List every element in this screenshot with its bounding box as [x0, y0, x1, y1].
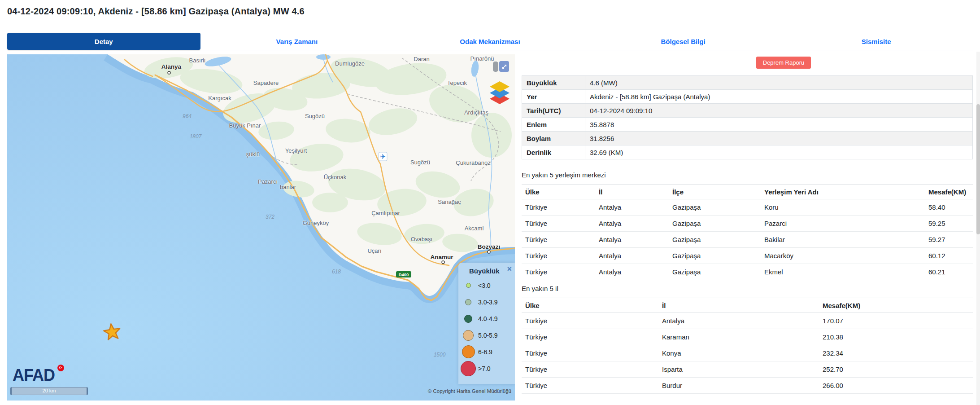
legend-item: 4.0-4.9	[458, 310, 515, 327]
table-cell: Türkiye	[522, 345, 658, 361]
detail-row: Boylam31.8256	[522, 132, 973, 145]
svg-text:D400: D400	[399, 272, 409, 277]
table-cell: Pazarci	[761, 216, 925, 232]
nearest-settlements-section: En yakın 5 yerleşim merkezi ÜlkeİlİlçeYe…	[522, 171, 973, 280]
layers-icon[interactable]	[487, 78, 512, 109]
detail-row: Enlem35.8878	[522, 118, 973, 132]
table-cell: Macarköy	[761, 248, 925, 264]
table-cell: Gazipaşa	[669, 264, 761, 280]
table-cell: Türkiye	[522, 248, 595, 264]
magnitude-dot-icon	[458, 361, 478, 376]
tab-bar: DetayVarış ZamanıOdak MekanizmasıBölgese…	[7, 33, 973, 50]
table-cell: Türkiye	[522, 199, 595, 216]
detail-value: 4.6 (MW)	[585, 76, 973, 90]
table-row: TürkiyeAntalyaGazipaşaPazarci59.25	[522, 216, 973, 232]
panel-scrollbar-thumb[interactable]	[976, 104, 980, 234]
table-row: TürkiyeIsparta252.70	[522, 361, 973, 378]
table-cell: Türkiye	[522, 232, 595, 248]
legend-item-label: 3.0-3.9	[478, 299, 498, 306]
table-cell: Türkiye	[522, 329, 658, 345]
table-cell: Antalya	[595, 264, 669, 280]
column-header: Ülke	[522, 185, 595, 199]
table-cell: Isparta	[658, 361, 819, 378]
legend-item-label: >7.0	[478, 365, 491, 372]
legend-item-label: 5.0-5.9	[478, 332, 498, 339]
table-row: TürkiyeAntalya170.07	[522, 313, 973, 329]
table-cell: Türkiye	[522, 313, 658, 329]
map-copyright: © Copyright Harita Genel Müdürlüğü	[428, 388, 511, 394]
table-row: TürkiyeAntalyaGazipaşaMacarköy60.12	[522, 248, 973, 264]
event-detail-table: Büyüklük4.6 (MW)YerAkdeniz - [58.86 km] …	[522, 75, 973, 159]
legend-title: Büyüklük	[469, 267, 500, 275]
table-row: TürkiyeAntalyaGazipaşaBakilar59.27	[522, 232, 973, 248]
nearest-settlements-table: ÜlkeİlİlçeYerleşim Yeri AdıMesafe(KM) Tü…	[522, 184, 973, 280]
table-cell: Gazipaşa	[669, 199, 761, 216]
table-cell: 60.12	[925, 248, 973, 264]
table-cell: Antalya	[658, 313, 819, 329]
table-cell: Gazipaşa	[669, 216, 761, 232]
detail-label: Derinlik	[522, 145, 585, 159]
tab-sismisite[interactable]: Sismisite	[780, 33, 973, 50]
column-header: İl	[658, 298, 819, 313]
panel-scrollbar-track[interactable]	[976, 52, 980, 405]
table-cell: 59.27	[925, 232, 973, 248]
table-cell: Gazipaşa	[669, 232, 761, 248]
detail-row: Büyüklük4.6 (MW)	[522, 76, 973, 90]
table-row: TürkiyeAntalyaGazipaşaKoru58.40	[522, 199, 973, 216]
close-icon[interactable]: ×	[507, 265, 512, 273]
legend-item-label: 4.0-4.9	[478, 315, 498, 322]
table-cell: Türkiye	[522, 264, 595, 280]
map-scale-bar: 20 km	[10, 387, 88, 395]
table-cell: Antalya	[595, 248, 669, 264]
tab-varış-zamanı[interactable]: Varış Zamanı	[200, 33, 394, 50]
map-panel[interactable]: D400 ✈ AlanyaBasırlıDaranPınarönüDumlugö…	[7, 54, 515, 401]
legend-item: 6-6.9	[458, 343, 515, 360]
earthquake-report-button[interactable]: Deprem Raporu	[756, 57, 811, 69]
table-row: TürkiyeBurdur266.00	[522, 378, 973, 394]
tab-detay[interactable]: Detay	[7, 33, 200, 50]
detail-row: Tarih(UTC)04-12-2024 09:09:10	[522, 104, 973, 118]
column-header: Yerleşim Yeri Adı	[761, 185, 925, 199]
table-cell: Antalya	[595, 199, 669, 216]
detail-label: Büyüklük	[522, 76, 585, 90]
svg-text:✈: ✈	[380, 153, 386, 160]
legend-item-label: 6-6.9	[478, 348, 492, 356]
magnitude-dot-icon	[458, 299, 478, 305]
column-header: Ülke	[522, 298, 658, 313]
detail-value: Akdeniz - [58.86 km] Gazipaşa (Antalya)	[585, 90, 973, 104]
legend-item: <3.0	[458, 277, 515, 294]
table-cell: Antalya	[595, 232, 669, 248]
earthquake-detail-page: 04-12-2024 09:09:10, Akdeniz - [58.86 km…	[0, 0, 980, 405]
map-control-pill[interactable]	[493, 62, 498, 72]
detail-row: YerAkdeniz - [58.86 km] Gazipaşa (Antaly…	[522, 90, 973, 104]
table-cell: Gazipaşa	[669, 248, 761, 264]
column-header: İl	[595, 185, 669, 199]
legend-item: >7.0	[458, 360, 515, 377]
table-cell: Bakilar	[761, 232, 925, 248]
legend-item: 3.0-3.9	[458, 294, 515, 310]
table-cell: 266.00	[819, 378, 973, 394]
detail-value: 35.8878	[585, 118, 973, 132]
table-cell: 252.70	[819, 361, 973, 378]
tab-bölgesel-bilgi[interactable]: Bölgesel Bilgi	[587, 33, 780, 50]
road-badge-d400: D400	[396, 271, 411, 277]
nearest-provinces-table: ÜlkeİlMesafe(KM) TürkiyeAntalya170.07Tür…	[522, 298, 973, 394]
table-cell: 210.38	[819, 329, 973, 345]
expand-icon[interactable]	[499, 61, 509, 72]
table-cell: Konya	[658, 345, 819, 361]
table-row: TürkiyeKonya232.34	[522, 345, 973, 361]
table-cell: Burdur	[658, 378, 819, 394]
tab-odak-mekanizması[interactable]: Odak Mekanizması	[393, 33, 587, 50]
column-header: Mesafe(KM)	[819, 298, 973, 313]
detail-value: 32.69 (KM)	[585, 145, 973, 159]
magnitude-dot-icon	[458, 283, 478, 288]
nearest-settlements-title: En yakın 5 yerleşim merkezi	[522, 171, 973, 180]
afad-logo: AFAD ☪	[13, 366, 75, 386]
airport-icon: ✈	[379, 152, 387, 161]
table-cell: 59.25	[925, 216, 973, 232]
table-cell: 170.07	[819, 313, 973, 329]
map-canvas[interactable]: D400 ✈	[7, 54, 515, 401]
table-row: TürkiyeAntalyaGazipaşaEkmel60.21	[522, 264, 973, 280]
magnitude-dot-icon	[458, 315, 478, 323]
magnitude-dot-icon	[458, 345, 478, 358]
